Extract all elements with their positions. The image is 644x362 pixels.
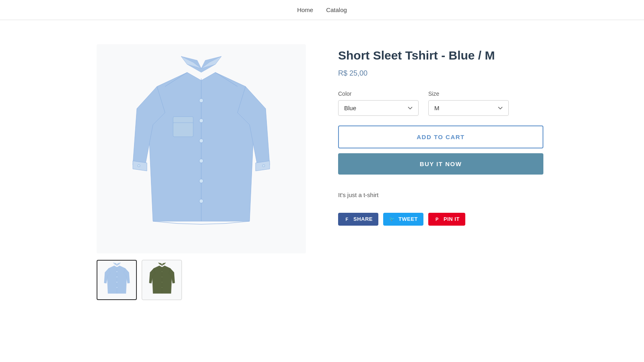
svg-point-2 (199, 119, 203, 123)
thumbnail-2[interactable] (142, 260, 182, 300)
thumbnail-list (97, 260, 306, 300)
svg-rect-7 (173, 117, 193, 137)
facebook-icon: f (344, 216, 350, 222)
svg-point-3 (199, 139, 203, 143)
twitter-share-button[interactable]: 🐦 TWEET (383, 213, 423, 226)
nav-catalog[interactable]: Catalog (326, 6, 347, 13)
thumbnail-1[interactable] (97, 260, 137, 300)
options-row: Color Blue Green Black White Size XS S M… (338, 90, 547, 116)
svg-point-9 (138, 165, 140, 167)
svg-point-20 (161, 287, 163, 288)
svg-point-5 (199, 179, 203, 183)
navigation: Home Catalog (0, 0, 644, 20)
svg-point-6 (199, 199, 203, 203)
social-share: f SHARE 🐦 TWEET P PIN IT (338, 213, 547, 226)
product-images (97, 44, 306, 300)
facebook-share-label: SHARE (353, 216, 373, 222)
color-option-group: Color Blue Green Black White (338, 90, 419, 116)
size-option-group: Size XS S M L XL (428, 90, 509, 116)
svg-point-10 (262, 165, 265, 167)
svg-point-1 (199, 99, 203, 103)
size-select[interactable]: XS S M L XL (428, 100, 509, 116)
product-title: Short Sleet Tshirt - Blue / M (338, 48, 547, 63)
buy-now-button[interactable]: BUY IT NOW (338, 153, 543, 175)
pinterest-share-button[interactable]: P PIN IT (428, 213, 465, 226)
page-content: Short Sleet Tshirt - Blue / M R$ 25,00 C… (80, 20, 564, 316)
size-label: Size (428, 90, 509, 97)
add-to-cart-button[interactable]: ADD TO CART (338, 125, 543, 148)
svg-point-14 (116, 282, 118, 283)
product-layout: Short Sleet Tshirt - Blue / M R$ 25,00 C… (97, 44, 547, 300)
nav-home[interactable]: Home (297, 6, 313, 13)
thumb-shirt-blue (102, 262, 132, 298)
thumb-shirt-dark (147, 262, 177, 298)
color-select[interactable]: Blue Green Black White (338, 100, 419, 116)
product-info: Short Sleet Tshirt - Blue / M R$ 25,00 C… (338, 44, 547, 226)
product-description: It's just a t-shirt (338, 191, 547, 200)
shirt-illustration (125, 52, 278, 245)
svg-point-4 (199, 159, 203, 163)
twitter-icon: 🐦 (389, 216, 395, 222)
product-price: R$ 25,00 (338, 69, 547, 78)
svg-point-13 (116, 276, 118, 278)
main-product-image (97, 44, 306, 253)
color-label: Color (338, 90, 419, 97)
svg-point-18 (161, 276, 163, 278)
svg-point-17 (161, 271, 163, 272)
svg-point-15 (116, 287, 118, 288)
pinterest-icon: P (434, 216, 440, 222)
pinterest-share-label: PIN IT (444, 216, 460, 222)
svg-point-19 (161, 282, 163, 283)
twitter-share-label: TWEET (398, 216, 418, 222)
svg-point-12 (116, 271, 118, 272)
facebook-share-button[interactable]: f SHARE (338, 213, 378, 226)
